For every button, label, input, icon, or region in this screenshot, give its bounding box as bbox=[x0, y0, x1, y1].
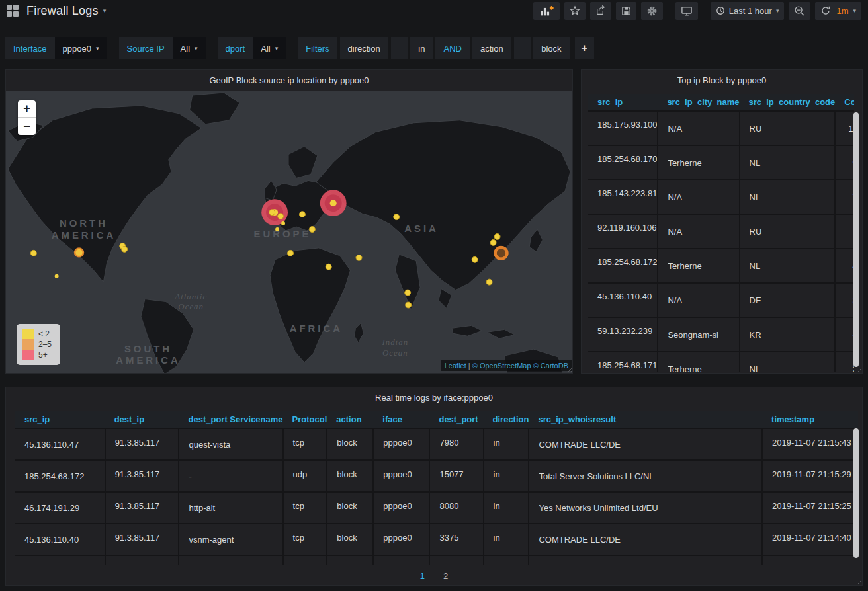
add-filter-button[interactable]: + bbox=[575, 37, 594, 59]
magnifier-minus-icon bbox=[794, 5, 805, 17]
legend-item: < 2 bbox=[22, 329, 55, 339]
legend-item: 2–5 bbox=[22, 339, 55, 350]
column-header-timestamp[interactable]: timestamp bbox=[762, 411, 858, 428]
page-2-button[interactable]: 2 bbox=[443, 571, 448, 581]
filter-key[interactable]: action bbox=[472, 37, 511, 59]
cell: RU bbox=[740, 214, 836, 249]
column-header-protocol[interactable]: Protocol bbox=[283, 411, 327, 428]
table-row: 45.136.110.40 N/A DE 3.00 bbox=[588, 283, 854, 317]
refresh-interval-label[interactable]: 1m bbox=[836, 6, 848, 16]
cell: http-alt bbox=[179, 492, 282, 524]
filter-operator[interactable]: = bbox=[514, 37, 531, 59]
filter-value[interactable]: block bbox=[533, 37, 569, 59]
cell: pppoe0 bbox=[373, 492, 429, 524]
openstreetmap-link[interactable]: © OpenStreetMap bbox=[472, 362, 531, 370]
cell: pppoe0 bbox=[373, 524, 429, 555]
tv-mode-button[interactable] bbox=[675, 2, 698, 20]
panel-title[interactable]: Top ip Block by pppoe0 bbox=[582, 70, 862, 90]
svg-text:AMERICA: AMERICA bbox=[116, 354, 180, 366]
attribution-separator: | bbox=[468, 362, 470, 370]
zoom-out-button[interactable] bbox=[789, 2, 810, 20]
column-header-city[interactable]: src_ip_city_name bbox=[658, 94, 739, 111]
dport-select[interactable]: All ▾ bbox=[253, 37, 286, 59]
cartodb-link[interactable]: © CartoDB bbox=[533, 362, 568, 370]
column-header-country[interactable]: src_ip_country_code bbox=[740, 94, 836, 111]
column-header-dest-ip[interactable]: dest_ip bbox=[105, 411, 179, 428]
adhoc-filters: Filters direction = in AND action = bloc… bbox=[298, 37, 594, 59]
scrollbar[interactable] bbox=[853, 112, 859, 367]
cell: NL bbox=[740, 249, 836, 283]
table-pagination: 1 2 bbox=[6, 571, 862, 581]
filter-key[interactable]: direction bbox=[340, 37, 388, 59]
cell: 45.136.110.40 bbox=[15, 524, 105, 555]
interval-caret-icon[interactable]: ▾ bbox=[853, 7, 856, 14]
save-button[interactable] bbox=[616, 2, 636, 20]
table-row: 185.254.68.170 Terherne NL 9.00 bbox=[588, 145, 854, 180]
panel-title[interactable]: Real time logs by iface:pppoe0 bbox=[6, 387, 862, 407]
cell: block bbox=[327, 492, 373, 524]
map-zoom-control: + − bbox=[18, 100, 36, 135]
table-row: 185.175.93.100 N/A RU 11.00 bbox=[588, 111, 854, 145]
cell: 9.00 bbox=[835, 145, 854, 180]
column-header-action[interactable]: action bbox=[327, 411, 373, 428]
table-row: 91.3.85.117 commtact-http tcp block pppo… bbox=[15, 555, 858, 565]
cell: Total Server Solutions LLC/NL bbox=[529, 460, 762, 492]
title-caret-icon[interactable]: ▾ bbox=[103, 7, 107, 14]
filter-condition[interactable]: AND bbox=[435, 37, 469, 59]
svg-text:EUROPE: EUROPE bbox=[254, 228, 312, 239]
scrollbar[interactable] bbox=[853, 428, 859, 558]
cell: 46.174.191.29 bbox=[15, 492, 105, 524]
source-ip-select[interactable]: All ▾ bbox=[173, 37, 206, 59]
panel-title[interactable]: GeoIP Block source ip location by pppoe0 bbox=[6, 70, 572, 90]
share-button[interactable] bbox=[590, 2, 611, 20]
cell: 185.254.68.172 bbox=[588, 249, 658, 283]
filters-label: Filters bbox=[298, 37, 337, 59]
interface-value: pppoe0 bbox=[63, 44, 91, 54]
refresh-button[interactable]: 1m ▾ bbox=[815, 2, 861, 20]
share-icon bbox=[595, 5, 606, 16]
world-map[interactable]: NORTHAMERICAEUROPEASIAAFRICASOUTHAMERICA… bbox=[6, 91, 572, 373]
column-header-iface[interactable]: iface bbox=[373, 411, 429, 428]
time-range-picker[interactable]: Last 1 hour ▾ bbox=[711, 2, 785, 20]
legend-label: < 2 bbox=[38, 329, 50, 338]
cell: block bbox=[327, 460, 373, 492]
column-header-whois[interactable]: src_ip_whoisresult bbox=[529, 411, 762, 428]
column-header-src-ip[interactable]: src_ip bbox=[15, 411, 105, 428]
dashboard-title[interactable]: Firewall Logs bbox=[26, 4, 99, 18]
table-row: 59.13.232.239 Seongnam-si KR 4.00 bbox=[588, 317, 854, 352]
add-panel-button[interactable] bbox=[533, 2, 560, 20]
table-row: 185.143.223.81 N/A NL 7.00 bbox=[588, 180, 854, 214]
legend-label: 2–5 bbox=[38, 340, 52, 349]
filter-operator[interactable]: = bbox=[391, 37, 408, 59]
column-header-count[interactable]: Count bbox=[835, 94, 854, 111]
cell: tcp bbox=[283, 555, 327, 565]
map-zoom-out-button[interactable]: − bbox=[18, 118, 36, 135]
cell: 2019-11-07 21:14:36 bbox=[762, 555, 858, 565]
cell: Terherne bbox=[658, 352, 739, 372]
leaflet-link[interactable]: Leaflet bbox=[445, 362, 466, 370]
svg-text:AFRICA: AFRICA bbox=[290, 323, 343, 334]
column-header-direction[interactable]: direction bbox=[484, 411, 529, 428]
cell: 45.136.110.47 bbox=[15, 428, 105, 460]
cell: 2019-11-07 21:15:29 bbox=[762, 460, 858, 492]
dport-label: dport bbox=[218, 37, 253, 59]
column-header-dest-port[interactable]: dest_port bbox=[429, 411, 483, 428]
cell: quest-vista bbox=[179, 428, 282, 460]
column-header-servicename[interactable]: dest_port Servicename bbox=[179, 411, 282, 428]
interface-select[interactable]: pppoe0 ▾ bbox=[55, 37, 107, 59]
settings-button[interactable] bbox=[641, 2, 663, 20]
dashboard-grid-icon[interactable] bbox=[7, 5, 19, 17]
svg-text:AMERICA: AMERICA bbox=[52, 229, 116, 241]
column-header-src-ip[interactable]: src_ip bbox=[588, 94, 658, 111]
dport-value: All bbox=[261, 44, 270, 54]
map-zoom-in-button[interactable]: + bbox=[18, 100, 36, 118]
star-button[interactable] bbox=[564, 2, 586, 20]
clock-icon bbox=[716, 6, 725, 15]
page-1-button[interactable]: 1 bbox=[420, 571, 425, 581]
map-legend: < 2 2–5 5+ bbox=[17, 324, 60, 365]
filter-value[interactable]: in bbox=[410, 37, 433, 59]
panel-resize-handle[interactable] bbox=[855, 366, 861, 372]
cell: RU bbox=[740, 111, 836, 145]
cell: 185.143.223.81 bbox=[588, 180, 658, 214]
navbar-actions: Last 1 hour ▾ 1m ▾ bbox=[529, 2, 861, 20]
